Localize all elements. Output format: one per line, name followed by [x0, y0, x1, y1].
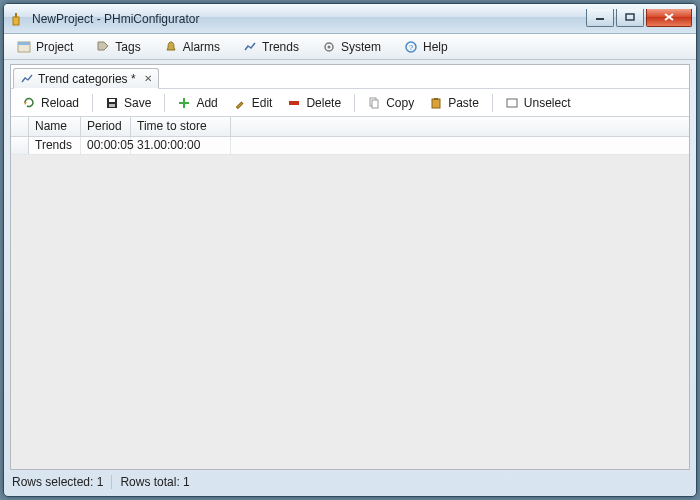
menu-alarms[interactable]: Alarms — [155, 37, 228, 57]
svg-rect-16 — [109, 104, 115, 107]
paste-button[interactable]: Paste — [422, 93, 485, 113]
row-header[interactable] — [11, 137, 29, 154]
app-icon — [10, 11, 26, 27]
titlebar[interactable]: NewProject - PHmiConfigurator — [4, 4, 696, 34]
status-separator — [111, 475, 112, 489]
menu-trends[interactable]: Trends — [234, 37, 307, 57]
gear-icon — [321, 39, 337, 55]
copy-icon — [366, 95, 382, 111]
toolbar-label: Edit — [252, 96, 273, 110]
toolbar-separator — [164, 94, 165, 112]
svg-rect-24 — [434, 98, 438, 100]
svg-rect-25 — [507, 99, 517, 107]
tag-icon — [95, 39, 111, 55]
cell-name[interactable]: Trends — [29, 137, 81, 154]
status-total-label: Rows total: — [120, 475, 179, 489]
menu-label: Alarms — [183, 40, 220, 54]
menu-label: System — [341, 40, 381, 54]
reload-icon — [21, 95, 37, 111]
data-grid[interactable]: Name Period Time to store Trends 00:00:0… — [11, 117, 689, 469]
project-icon — [16, 39, 32, 55]
grid-corner[interactable] — [11, 117, 29, 136]
svg-marker-8 — [98, 42, 108, 50]
status-selected-label: Rows selected: — [12, 475, 93, 489]
trends-icon — [242, 39, 258, 55]
menu-project[interactable]: Project — [8, 37, 81, 57]
status-bar: Rows selected: 1 Rows total: 1 — [10, 472, 690, 492]
edit-button[interactable]: Edit — [226, 93, 279, 113]
svg-text:?: ? — [409, 43, 414, 52]
toolbar-label: Copy — [386, 96, 414, 110]
svg-rect-2 — [596, 18, 604, 20]
toolbar-label: Reload — [41, 96, 79, 110]
window-title: NewProject - PHmiConfigurator — [32, 12, 586, 26]
column-header-name[interactable]: Name — [29, 117, 81, 136]
menubar: Project Tags Alarms Trends System ? Help — [4, 34, 696, 60]
cell-time-to-store[interactable]: 31.00:00:00 — [131, 137, 231, 154]
menu-label: Project — [36, 40, 73, 54]
svg-rect-23 — [432, 99, 440, 108]
status-selected-count: 1 — [97, 475, 104, 489]
paste-icon — [428, 95, 444, 111]
tab-label: Trend categories * — [38, 72, 136, 86]
svg-rect-1 — [15, 13, 17, 17]
toolbar-separator — [492, 94, 493, 112]
save-button[interactable]: Save — [98, 93, 157, 113]
window-controls — [586, 9, 692, 29]
svg-rect-18 — [179, 102, 189, 104]
table-row[interactable]: Trends 00:00:05 31.00:00:00 — [11, 137, 689, 155]
menu-label: Trends — [262, 40, 299, 54]
svg-rect-0 — [13, 17, 19, 25]
toolbar-label: Paste — [448, 96, 479, 110]
tab-close-icon[interactable]: ✕ — [142, 73, 154, 85]
application-window: NewProject - PHmiConfigurator Project Ta… — [3, 3, 697, 497]
plus-icon — [176, 95, 192, 111]
svg-rect-19 — [236, 102, 242, 108]
reload-button[interactable]: Reload — [15, 93, 85, 113]
document-tabstrip: Trend categories * ✕ — [11, 65, 689, 89]
menu-tags[interactable]: Tags — [87, 37, 148, 57]
svg-rect-22 — [372, 100, 378, 108]
trends-icon — [20, 72, 34, 86]
maximize-button[interactable] — [616, 9, 644, 27]
delete-button[interactable]: Delete — [280, 93, 347, 113]
menu-system[interactable]: System — [313, 37, 389, 57]
pencil-icon — [232, 95, 248, 111]
add-button[interactable]: Add — [170, 93, 223, 113]
toolbar-label: Add — [196, 96, 217, 110]
toolbar-label: Unselect — [524, 96, 571, 110]
svg-marker-13 — [24, 102, 27, 105]
svg-rect-7 — [18, 42, 30, 45]
save-icon — [104, 95, 120, 111]
client-area: Trend categories * ✕ Reload Save Add Edi… — [10, 64, 690, 470]
unselect-button[interactable]: Unselect — [498, 93, 577, 113]
svg-point-10 — [327, 46, 330, 49]
toolbar-label: Save — [124, 96, 151, 110]
tab-trend-categories[interactable]: Trend categories * ✕ — [13, 68, 159, 89]
toolbar-separator — [92, 94, 93, 112]
svg-rect-20 — [289, 101, 299, 105]
menu-help[interactable]: ? Help — [395, 37, 456, 57]
copy-button[interactable]: Copy — [360, 93, 420, 113]
bell-icon — [163, 39, 179, 55]
toolbar: Reload Save Add Edit Delete — [11, 89, 689, 117]
menu-label: Help — [423, 40, 448, 54]
cell-period[interactable]: 00:00:05 — [81, 137, 131, 154]
status-total-count: 1 — [183, 475, 190, 489]
column-header-period[interactable]: Period — [81, 117, 131, 136]
delete-icon — [286, 95, 302, 111]
help-icon: ? — [403, 39, 419, 55]
minimize-button[interactable] — [586, 9, 614, 27]
menu-label: Tags — [115, 40, 140, 54]
unselect-icon — [504, 95, 520, 111]
close-button[interactable] — [646, 9, 692, 27]
grid-header-row: Name Period Time to store — [11, 117, 689, 137]
svg-rect-15 — [109, 99, 115, 102]
toolbar-separator — [354, 94, 355, 112]
toolbar-label: Delete — [306, 96, 341, 110]
column-header-time-to-store[interactable]: Time to store — [131, 117, 231, 136]
svg-rect-3 — [626, 14, 634, 20]
